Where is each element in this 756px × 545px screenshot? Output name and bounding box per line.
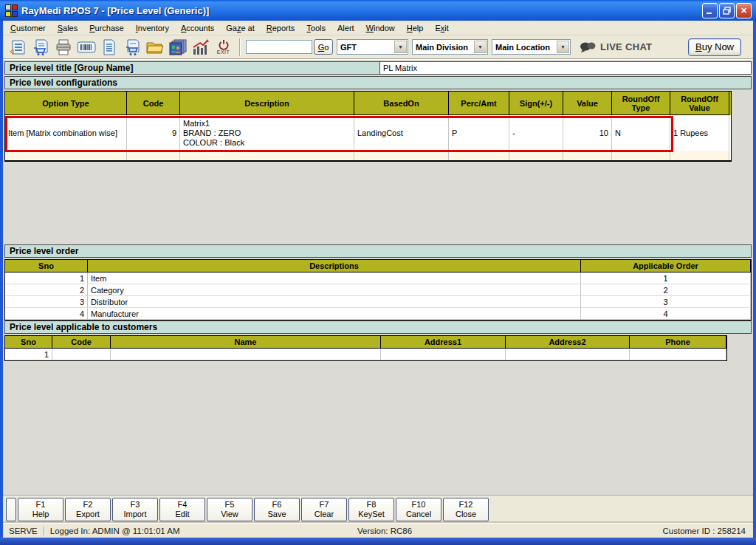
empty-row[interactable] (5, 151, 731, 160)
customers-table-header: Sno Code Name Address1 Address2 Phone (5, 336, 726, 349)
minimize-icon[interactable] (702, 3, 718, 18)
col-address2: Address2 (506, 336, 630, 349)
ledger-icon[interactable] (6, 37, 29, 58)
cell-basedon: LandingCost (354, 115, 449, 151)
close-icon[interactable]: ✕ (736, 3, 752, 18)
spacer-button[interactable] (6, 498, 16, 521)
table-row[interactable]: 3 Distributor 3 (5, 296, 751, 308)
cell-perc-amt: P (449, 115, 509, 151)
customers-section-header: Price level applicable to customers (4, 321, 752, 334)
f2-export-button[interactable]: F2Export (65, 498, 111, 521)
table-row[interactable]: 1 (5, 349, 726, 360)
server-status: SERVE (9, 527, 38, 535)
f4-edit-button[interactable]: F4Edit (159, 498, 205, 521)
menu-help[interactable]: Help (401, 22, 430, 34)
open-folder-icon[interactable] (143, 37, 166, 58)
branch-select[interactable]: GFT ▼ (337, 39, 408, 55)
menu-customer[interactable]: Customer (4, 22, 52, 34)
cell-description: Matrix1 BRAND : ZERO COLOUR : Black (180, 115, 354, 151)
exit-label: EXIT (217, 50, 230, 55)
col-code: Code (127, 92, 180, 115)
f3-import-button[interactable]: F3Import (112, 498, 158, 521)
exit-power-icon[interactable]: EXIT (212, 37, 235, 58)
col-name: Name (111, 336, 381, 349)
logged-in-status: Logged In: ADMIN @ 11:01:01 AM (50, 527, 180, 535)
table-row[interactable]: Item [Matrix combination wise] 9 Matrix1… (5, 115, 731, 151)
cell-code: 9 (127, 115, 180, 151)
chevron-down-icon[interactable]: ▼ (557, 41, 569, 53)
app-window: RayMedi RPOS 7 - [Price Level (Generic)]… (0, 0, 756, 545)
barcode-icon[interactable] (75, 37, 97, 58)
menu-sales[interactable]: Sales (52, 22, 84, 34)
restore-icon[interactable] (719, 3, 735, 18)
purchase-cart-icon[interactable] (29, 37, 52, 58)
print-icon[interactable] (52, 37, 75, 58)
col-sign: Sign(+/-) (509, 92, 563, 115)
configurations-section-header: Price level configurations (4, 76, 752, 89)
col-sno: Sno (5, 260, 88, 272)
menu-gaze-at[interactable]: Gaze at (220, 22, 261, 34)
menu-window[interactable]: Window (360, 22, 401, 34)
col-basedon: BasedOn (354, 92, 449, 115)
location-select[interactable]: Main Location ▼ (492, 39, 571, 55)
f12-close-button[interactable]: F12Close (443, 498, 489, 521)
f10-cancel-button[interactable]: F10Cancel (396, 498, 441, 521)
col-roundoff-type: RoundOff Type (612, 92, 670, 115)
buy-now-button[interactable]: Buy Now (688, 38, 741, 56)
statistics-chart-icon[interactable] (189, 37, 212, 58)
price-level-title-input[interactable] (379, 61, 752, 75)
customers-photos-icon[interactable] (166, 37, 189, 58)
order-table: Sno Descriptions Applicable Order 1 Item… (4, 259, 752, 321)
col-perc-amt: Perc/Amt (449, 92, 509, 115)
configurations-table: Option Type Code Description BasedOn Per… (4, 91, 732, 162)
col-address1: Address1 (381, 336, 506, 349)
f1-help-button[interactable]: F1Help (18, 498, 63, 521)
menu-reports[interactable]: Reports (261, 22, 301, 34)
go-button[interactable]: Go (314, 39, 333, 55)
app-logo-icon (5, 4, 18, 17)
col-phone: Phone (630, 336, 726, 349)
document-list-icon[interactable] (97, 37, 120, 58)
window-bottom-border (0, 538, 756, 545)
col-value: Value (563, 92, 612, 115)
menu-purchase[interactable]: Purchase (83, 22, 129, 34)
f6-save-button[interactable]: F6Save (254, 498, 300, 521)
menu-alert[interactable]: Alert (331, 22, 360, 34)
menu-inventory[interactable]: Inventory (130, 22, 175, 34)
version-label: Version: RC86 (357, 527, 412, 535)
order-table-header: Sno Descriptions Applicable Order (5, 260, 751, 272)
col-description: Description (180, 92, 354, 115)
cell-roundoff-value: 1 Rupees (670, 115, 729, 151)
table-row[interactable]: 1 Item 1 (5, 272, 751, 284)
chevron-down-icon[interactable]: ▼ (474, 41, 487, 53)
f7-clear-button[interactable]: F7Clear (301, 498, 347, 521)
main-content: Price level title [Group Name] Price lev… (3, 59, 753, 495)
customer-id-label: Customer ID : 258214 (662, 527, 746, 535)
menu-exit[interactable]: Exit (429, 22, 454, 34)
cell-sign: - (509, 115, 563, 151)
live-chat-link[interactable]: LIVE CHAT (580, 41, 652, 53)
f8-keyset-button[interactable]: F8KeySet (348, 498, 394, 521)
menu-tools[interactable]: Tools (300, 22, 331, 34)
chevron-down-icon[interactable]: ▼ (394, 41, 407, 53)
col-descriptions: Descriptions (88, 260, 581, 272)
col-sno: Sno (5, 336, 52, 349)
division-select-value: Main Division (413, 43, 473, 52)
table-row[interactable]: 4 Manufacturer 4 (5, 308, 751, 320)
status-bar: SERVE Logged In: ADMIN @ 11:01:01 AM Ver… (3, 523, 753, 538)
cell-option-type: Item [Matrix combination wise] (5, 115, 127, 151)
order-section-header: Price level order (4, 244, 752, 258)
division-select[interactable]: Main Division ▼ (412, 39, 488, 55)
branch-select-value: GFT (337, 43, 394, 52)
chat-bubbles-icon (580, 41, 596, 53)
window-title: RayMedi RPOS 7 - [Price Level (Generic)] (21, 5, 702, 16)
table-row[interactable]: 2 Category 2 (5, 284, 751, 296)
col-option-type: Option Type (5, 92, 127, 115)
menu-accounts[interactable]: Accounts (175, 22, 220, 34)
f5-view-button[interactable]: F5View (207, 498, 252, 521)
col-applicable-order: Applicable Order (581, 260, 751, 272)
status-divider (44, 527, 44, 535)
toolbar: EXIT Go GFT ▼ Main Division ▼ Main Locat… (3, 35, 753, 59)
sales-cart-icon[interactable] (120, 37, 143, 58)
search-input[interactable] (246, 40, 312, 54)
